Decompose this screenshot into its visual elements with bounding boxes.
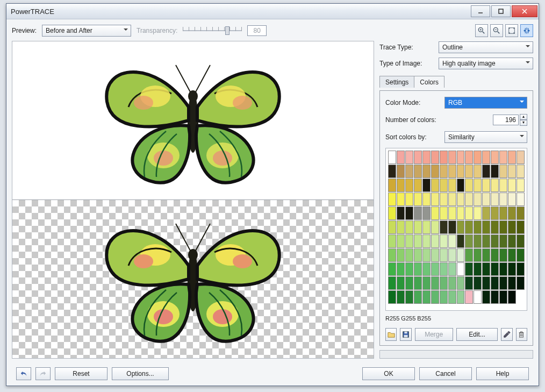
color-swatch[interactable] [440,290,448,304]
color-swatch[interactable] [474,276,482,290]
color-swatch[interactable] [457,206,465,220]
color-swatch[interactable] [431,193,439,206]
color-swatch[interactable] [508,179,516,192]
color-swatch[interactable] [499,179,507,192]
color-swatch[interactable] [414,276,422,290]
color-swatch[interactable] [491,193,499,206]
color-swatch[interactable] [508,290,516,304]
color-swatch[interactable] [491,248,499,262]
color-swatch[interactable] [517,165,525,178]
color-swatch[interactable] [397,193,405,206]
num-colors-value[interactable]: 196 [493,115,519,125]
color-swatch[interactable] [448,248,456,262]
color-swatch[interactable] [405,179,413,192]
color-swatch[interactable] [448,179,456,192]
color-swatch[interactable] [388,234,396,248]
color-swatch[interactable] [405,165,413,178]
color-swatch[interactable] [440,179,448,192]
color-swatch[interactable] [422,220,431,234]
minimize-button[interactable] [471,5,490,17]
color-swatch[interactable] [431,165,439,178]
eyedropper-button[interactable] [501,328,512,341]
color-swatch[interactable] [474,165,482,178]
color-swatch[interactable] [517,234,525,248]
color-swatch[interactable] [448,193,456,206]
color-swatch[interactable] [499,220,507,234]
color-swatch[interactable] [388,248,396,262]
color-mode-combo[interactable]: RGB [444,97,527,109]
zoom-out-button[interactable] [490,24,503,37]
color-swatch[interactable] [414,290,422,304]
color-swatch[interactable] [397,248,405,262]
color-swatch[interactable] [388,206,396,220]
color-swatch[interactable] [405,290,413,304]
color-swatch[interactable] [448,165,456,178]
color-swatch[interactable] [508,151,516,164]
color-swatch[interactable] [474,193,482,206]
color-swatch[interactable] [482,179,490,192]
color-swatch[interactable] [491,206,499,220]
color-swatch[interactable] [465,206,473,220]
color-swatch[interactable] [482,165,490,178]
color-swatch[interactable] [457,276,465,290]
color-swatch[interactable] [440,276,448,290]
color-swatch[interactable] [482,276,490,290]
color-swatch[interactable] [448,151,456,164]
color-swatch[interactable] [457,234,465,248]
color-swatch[interactable] [405,262,413,276]
color-swatch[interactable] [422,193,431,206]
color-swatch[interactable] [405,151,413,164]
color-swatch[interactable] [440,234,448,248]
preview-pane[interactable] [12,41,374,359]
color-palette[interactable] [385,148,527,311]
color-swatch[interactable] [491,151,499,164]
color-swatch[interactable] [397,276,405,290]
color-swatch[interactable] [474,234,482,248]
color-swatch[interactable] [517,248,525,262]
color-swatch[interactable] [457,248,465,262]
color-swatch[interactable] [517,276,525,290]
color-swatch[interactable] [431,179,439,192]
color-swatch[interactable] [397,165,405,178]
color-swatch[interactable] [422,248,431,262]
color-swatch[interactable] [440,165,448,178]
reset-button[interactable]: Reset [55,367,107,380]
color-swatch[interactable] [465,193,473,206]
color-swatch[interactable] [388,193,396,206]
color-swatch[interactable] [431,234,439,248]
color-swatch[interactable] [465,290,473,304]
image-type-combo[interactable]: High quality image [439,58,533,69]
color-swatch[interactable] [397,262,405,276]
color-swatch[interactable] [499,290,507,304]
color-swatch[interactable] [465,262,473,276]
color-swatch[interactable] [397,151,405,164]
color-swatch[interactable] [457,193,465,206]
color-swatch[interactable] [474,248,482,262]
color-swatch[interactable] [517,179,525,192]
color-swatch[interactable] [388,276,396,290]
color-swatch[interactable] [422,151,431,164]
color-swatch[interactable] [422,262,431,276]
color-swatch[interactable] [405,276,413,290]
color-swatch[interactable] [499,234,507,248]
color-swatch[interactable] [474,206,482,220]
num-colors-spinner[interactable]: 196 ▲▼ [493,114,527,126]
color-swatch[interactable] [457,290,465,304]
edit-button[interactable]: Edit... [456,328,498,341]
color-swatch[interactable] [499,151,507,164]
color-swatch[interactable] [474,290,482,304]
color-swatch[interactable] [508,262,516,276]
color-swatch[interactable] [499,262,507,276]
color-swatch[interactable] [517,151,525,164]
color-swatch[interactable] [491,220,499,234]
color-swatch[interactable] [448,234,456,248]
cancel-button[interactable]: Cancel [419,367,472,380]
color-swatch[interactable] [405,248,413,262]
color-swatch[interactable] [388,165,396,178]
open-palette-button[interactable] [385,328,397,341]
color-swatch[interactable] [388,220,396,234]
undo-button[interactable] [16,367,31,380]
color-swatch[interactable] [517,206,525,220]
color-swatch[interactable] [508,248,516,262]
color-swatch[interactable] [414,234,422,248]
